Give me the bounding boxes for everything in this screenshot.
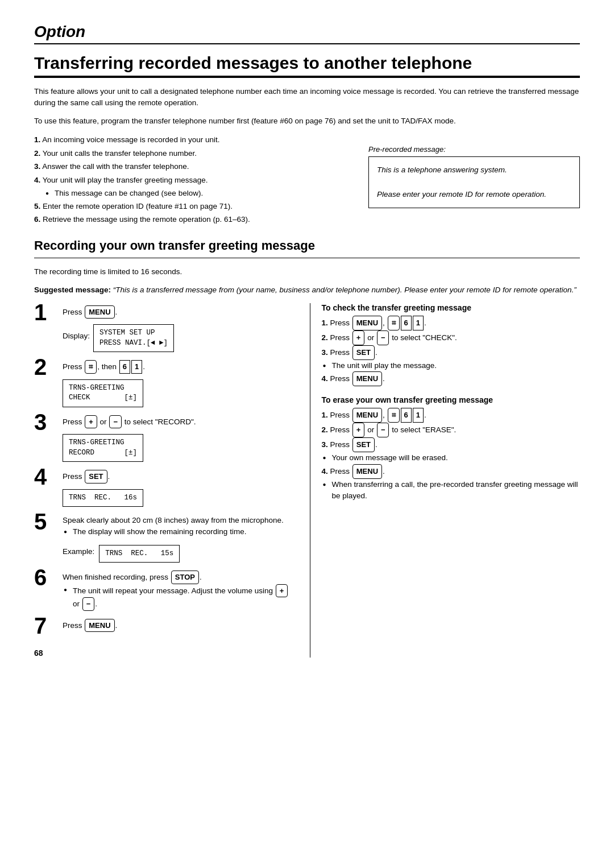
check-step-4: 4. Press MENU.: [322, 371, 580, 386]
step-2: 2 Press ⌗, then 61. TRNS-GREETINGCHECK […: [34, 358, 293, 407]
right-sections-col: To check the transfer greeting message 1…: [310, 303, 580, 658]
bullet-item: This message can be changed (see below).: [44, 188, 351, 199]
menu-key-e1: MENU: [352, 408, 382, 423]
menu-key-7: MENU: [85, 619, 114, 633]
list-item: 4. Your unit will play the transfer gree…: [34, 174, 351, 187]
step-5-example: Example: TRNS REC. 15s: [63, 542, 293, 563]
check-bullet-text: The unit will play the message.: [322, 360, 580, 371]
plus-key-3: +: [85, 415, 97, 429]
erase-step-1: 1. Press MENU, ⌗61.: [322, 408, 580, 423]
check-step-3: 3. Press SET.: [322, 345, 580, 360]
list-item: This message can be changed (see below).: [34, 188, 351, 199]
step-4: 4 Press SET. TRNS REC. 16s: [34, 468, 293, 507]
option-title: Option: [34, 23, 580, 41]
step-1-display-row: Display: SYSTEM SET UPPRESS NAVI.[◄ ►]: [63, 321, 293, 352]
page-container: Option Transferring recorded messages to…: [34, 23, 580, 658]
bottom-two-col: 1 Press MENU. Display: SYSTEM SET UPPRES…: [34, 303, 580, 658]
option-divider: [34, 43, 580, 44]
menu-key-e4: MENU: [352, 464, 382, 479]
list-item: 2. Your unit calls the transfer telephon…: [34, 147, 351, 160]
minus-key-e2: −: [377, 423, 389, 437]
list-item: 5. Enter the remote operation ID (featur…: [34, 200, 351, 213]
key-6: 6: [119, 360, 130, 374]
display-box-4: TRNS REC. 16s: [63, 489, 143, 507]
check-step-2: 2. Press + or − to select "CHECK".: [322, 330, 580, 345]
page-number: 68: [34, 648, 293, 658]
numbered-steps-col: 1 Press MENU. Display: SYSTEM SET UPPRES…: [34, 303, 293, 658]
step-2-content: Press ⌗, then 61. TRNS-GREETINGCHECK [±]: [63, 358, 293, 407]
step-1-num: 1: [34, 301, 63, 324]
step-3-display-row: TRNS-GREETINGRECORD [±]: [63, 431, 293, 462]
intro-para1: This feature allows your unit to call a …: [34, 86, 580, 109]
display-box-3: TRNS-GREETINGRECORD [±]: [63, 434, 143, 462]
pre-recorded-line1: This is a telephone answering system.: [377, 164, 571, 176]
menu-key-1: MENU: [85, 305, 114, 319]
step-3-content: Press + or − to select "RECORD". TRNS-GR…: [63, 413, 293, 462]
step-7: 7 Press MENU.: [34, 617, 293, 637]
main-heading: Transferring recorded messages to anothe…: [34, 53, 580, 73]
key6-e1: 6: [401, 408, 412, 423]
step-5-content: Speak clearly about 20 cm (8 inches) awa…: [63, 512, 293, 563]
step-4-content: Press SET. TRNS REC. 16s: [63, 468, 293, 507]
intro-steps-list: 1. An incoming voice message is recorded…: [34, 134, 351, 226]
key-1: 1: [131, 360, 142, 374]
step-7-content: Press MENU.: [63, 617, 293, 633]
menu-key-c4: MENU: [352, 371, 382, 386]
recording-time-note: The recording time is limited to 16 seco…: [34, 266, 580, 278]
main-heading-divider: [34, 76, 580, 78]
list-item: 1. An incoming voice message is recorded…: [34, 134, 351, 146]
step-5: 5 Speak clearly about 20 cm (8 inches) a…: [34, 512, 293, 563]
intro-para2: To use this feature, program the transfe…: [34, 115, 580, 127]
step-6-bullet: The unit will repeat your message. Adjus…: [63, 584, 293, 611]
set-key-e3: SET: [352, 437, 375, 452]
check-bullet: The unit will play the message.: [322, 360, 580, 371]
pre-recorded-box: This is a telephone answering system. Pl…: [368, 156, 580, 208]
display-label-1: Display:: [63, 330, 90, 342]
display-box-2: TRNS-GREETINGCHECK [±]: [63, 379, 143, 407]
erase-bullet: Your own message will be erased.: [322, 452, 580, 464]
section2-divider: [34, 258, 580, 258]
hash-key-e1: ⌗: [388, 408, 400, 423]
step-2-display-row: TRNS-GREETINGCHECK [±]: [63, 376, 293, 407]
erase-step-3: 3. Press SET.: [322, 437, 580, 452]
display-box-1: SYSTEM SET UPPRESS NAVI.[◄ ►]: [93, 324, 174, 352]
step-6: 6 When finished recording, press STOP. T…: [34, 568, 293, 611]
step-3-num: 3: [34, 411, 63, 433]
suggested-bold: Suggested message:: [34, 286, 111, 294]
set-key-4: SET: [85, 470, 107, 483]
minus-key-6: −: [82, 597, 95, 611]
step-4-display-row: TRNS REC. 16s: [63, 486, 293, 507]
intro-two-col: 1. An incoming voice message is recorded…: [34, 134, 580, 227]
example-label: Example:: [63, 546, 94, 557]
erase-final-bullet-text: When transferring a call, the pre-record…: [322, 479, 580, 502]
check-step-1: 1. Press MENU, ⌗61.: [322, 316, 580, 330]
key1-e1: 1: [413, 408, 424, 423]
set-key-c3: SET: [352, 345, 375, 360]
intro-left-col: 1. An incoming voice message is recorded…: [34, 134, 351, 227]
step-1: 1 Press MENU. Display: SYSTEM SET UPPRES…: [34, 303, 293, 353]
step-7-num: 7: [34, 614, 63, 637]
step-1-content: Press MENU. Display: SYSTEM SET UPPRESS …: [63, 303, 293, 353]
step-6-num: 6: [34, 566, 63, 589]
check-steps-list: 1. Press MENU, ⌗61. 2. Press + or − to s…: [322, 316, 580, 387]
suggested-msg: Suggested message: “This is a transferre…: [34, 284, 580, 296]
step-2-num: 2: [34, 356, 63, 378]
step-3: 3 Press + or − to select "RECORD". TRNS-…: [34, 413, 293, 462]
plus-key-6: +: [276, 584, 288, 598]
erase-steps-list: 1. Press MENU, ⌗61. 2. Press + or − to s…: [322, 408, 580, 502]
display-box-5: TRNS REC. 15s: [99, 545, 180, 563]
pre-recorded-label: Pre-recorded message:: [368, 145, 446, 154]
list-item: 3. Answer the call with the transfer tel…: [34, 160, 351, 173]
check-section-title: To check the transfer greeting message: [322, 303, 580, 312]
hash-key-c1: ⌗: [388, 316, 400, 330]
pre-recorded-line2: Please enter your remote ID for remote o…: [377, 176, 571, 201]
erase-bullet-text: Your own message will be erased.: [322, 452, 580, 464]
key6-c1: 6: [401, 316, 412, 330]
step-5-bullet: The display will show the remaining reco…: [63, 526, 293, 538]
erase-section-title: To erase your own transfer greeting mess…: [322, 395, 580, 404]
key1-c1: 1: [413, 316, 424, 330]
minus-key-3: −: [109, 415, 122, 429]
intro-right-col: Pre-recorded message: This is a telephon…: [368, 134, 580, 227]
stop-key-6: STOP: [171, 571, 199, 584]
step-4-num: 4: [34, 465, 63, 488]
